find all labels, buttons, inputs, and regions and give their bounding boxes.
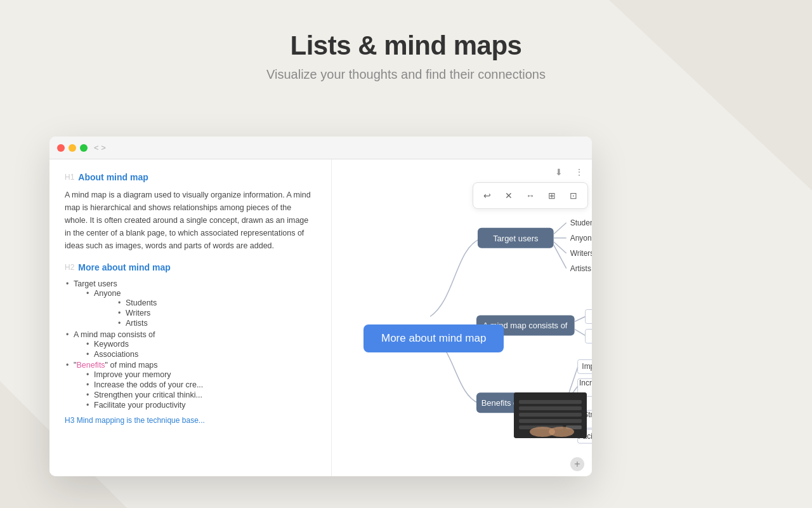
svg-point-8 bbox=[549, 427, 574, 437]
svg-rect-2 bbox=[519, 406, 582, 410]
main-bullet-list: Target users Anyone Students Writers Art… bbox=[65, 279, 316, 411]
toolbar-close-icon[interactable]: ✕ bbox=[500, 187, 518, 204]
target-users-sublist: Anyone Students Writers Artists bbox=[74, 288, 316, 329]
document-panel: H1 About mind map A mind map is a diagra… bbox=[49, 159, 332, 476]
section-more-title: More about mind map bbox=[78, 262, 170, 272]
toolbar-grid-icon[interactable]: ⊞ bbox=[543, 187, 561, 204]
section-about-title: About mind map bbox=[78, 172, 148, 182]
line-con-associations bbox=[575, 329, 586, 335]
list-item-associations: Associations bbox=[85, 349, 316, 359]
associations-box bbox=[586, 329, 592, 343]
h1-num: H1 bbox=[65, 173, 74, 182]
svg-rect-4 bbox=[519, 419, 582, 423]
app-window: < > H1 About mind map A mind map is a di… bbox=[49, 137, 592, 476]
leaf-memory: Improve your memory bbox=[582, 362, 592, 371]
leaf-creativity-1: Increase the odds of your bbox=[579, 378, 592, 387]
list-item-critical: Strengthen your critical thinki... bbox=[85, 390, 316, 400]
list-item-anyone: Anyone Students Writers Artists bbox=[85, 288, 316, 329]
line-ben-memory bbox=[568, 367, 578, 395]
mindmap-panel: ⬇ ⋮ ↩ ✕ ↔ ⊞ ⊡ More about mind map bbox=[332, 159, 592, 476]
h3-prefix: H3 bbox=[65, 416, 77, 425]
close-button[interactable] bbox=[57, 144, 65, 152]
benefits-highlight: Benefits bbox=[76, 361, 105, 370]
line-con-keywords bbox=[575, 317, 586, 322]
list-item-keywords: Keywords bbox=[85, 339, 316, 349]
laptop-image bbox=[514, 392, 587, 438]
list-item-writers: Writers bbox=[117, 308, 316, 318]
traffic-lights bbox=[57, 144, 88, 152]
section-more-heading: H2 More about mind map bbox=[65, 262, 316, 272]
list-item-target-users: Target users Anyone Students Writers Art… bbox=[65, 279, 316, 330]
minimize-button[interactable] bbox=[69, 144, 76, 152]
consists-sublist: Keywords Associations bbox=[74, 339, 316, 359]
list-item-artists: Artists bbox=[117, 318, 316, 328]
section-about-heading: H1 About mind map bbox=[65, 172, 316, 182]
center-node[interactable]: More about mind map bbox=[363, 324, 504, 352]
list-item-consists: A mind map consists of Keywords Associat… bbox=[65, 330, 316, 360]
download-icon[interactable]: ⬇ bbox=[551, 164, 566, 180]
content-area: H1 About mind map A mind map is a diagra… bbox=[49, 159, 592, 476]
section-about-body: A mind map is a diagram used to visually… bbox=[65, 189, 316, 252]
target-users-node-label: Target users bbox=[493, 234, 539, 243]
leaf-writers: Writers bbox=[570, 249, 592, 258]
toolbar-expand-icon[interactable]: ↔ bbox=[521, 187, 539, 204]
toolbar-layout-icon[interactable]: ⊡ bbox=[565, 187, 582, 204]
list-item-students: Students bbox=[117, 298, 316, 308]
page-subtitle: Visualize your thoughts and find their c… bbox=[0, 67, 812, 82]
mindmap-top-toolbar: ⬇ ⋮ bbox=[551, 164, 587, 180]
leaf-artists: Artists bbox=[570, 264, 591, 273]
anyone-sublist: Students Writers Artists bbox=[94, 298, 316, 328]
more-options-icon[interactable]: ⋮ bbox=[572, 164, 587, 180]
svg-rect-3 bbox=[519, 413, 582, 417]
title-bar: < > bbox=[49, 137, 592, 159]
nav-arrows[interactable]: < > bbox=[94, 143, 106, 152]
list-item-productivity: Facilitate your productivity bbox=[85, 400, 316, 410]
mindmap-floating-toolbar: ↩ ✕ ↔ ⊞ ⊡ bbox=[473, 182, 588, 209]
laptop-image-svg bbox=[514, 392, 587, 438]
line-tu-students bbox=[554, 223, 566, 234]
list-item-memory: Improve your memory bbox=[85, 370, 316, 380]
page-title: Lists & mind maps bbox=[0, 30, 812, 61]
leaf-anyone: Anyone bbox=[570, 234, 592, 243]
add-button[interactable]: + bbox=[570, 457, 584, 471]
leaf-keywords: Keywords bbox=[591, 312, 592, 321]
section3-link[interactable]: H3 Mind mapping is the technique base... bbox=[65, 416, 316, 425]
benefits-sublist: Improve your memory Increase the odds of… bbox=[74, 370, 316, 410]
list-item-creativity: Increase the odds of your cre... bbox=[85, 380, 316, 390]
section3-link-text[interactable]: Mind mapping is the technique base... bbox=[77, 416, 205, 425]
list-item-benefits: "Benefits" of mind maps Improve your mem… bbox=[65, 360, 316, 411]
page-header: Lists & mind maps Visualize your thought… bbox=[0, 0, 812, 82]
toolbar-back-icon[interactable]: ↩ bbox=[478, 187, 496, 204]
line-tu-artists bbox=[554, 245, 566, 269]
h2-num: H2 bbox=[65, 263, 74, 272]
svg-rect-1 bbox=[519, 400, 582, 404]
line-to-target bbox=[430, 239, 481, 317]
maximize-button[interactable] bbox=[80, 144, 88, 152]
leaf-students: Students bbox=[570, 218, 592, 227]
